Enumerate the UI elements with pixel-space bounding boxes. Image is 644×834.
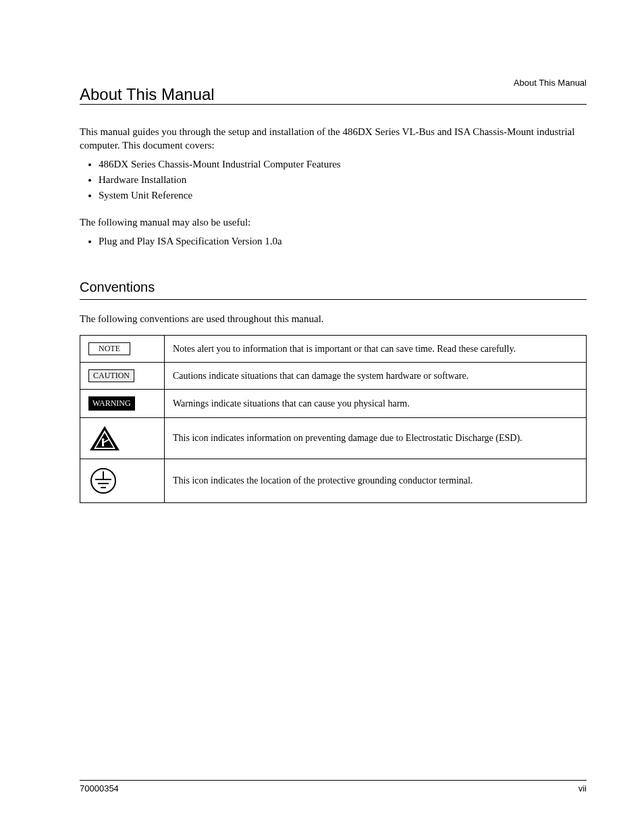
running-head: About This Manual bbox=[514, 78, 587, 88]
title-rule bbox=[80, 104, 587, 105]
description-cell: Cautions indicate situations that can da… bbox=[165, 363, 587, 390]
intro-bullet-list: 486DX Series Chassis-Mount Industrial Co… bbox=[80, 157, 587, 204]
conventions-table: NOTE Notes alert you to information that… bbox=[80, 335, 587, 503]
chapter-title: About This Manual bbox=[80, 85, 587, 104]
description-cell: This icon indicates the location of the … bbox=[165, 459, 587, 503]
footer-right: vii bbox=[579, 783, 587, 793]
intro-paragraph: This manual guides you through the setup… bbox=[80, 125, 587, 153]
description-cell: Warnings indicate situations that can ca… bbox=[165, 390, 587, 418]
footer-left: 70000354 bbox=[80, 783, 119, 793]
related-paragraph: The following manual may also be useful: bbox=[80, 215, 587, 229]
page-footer: 70000354 vii bbox=[80, 780, 587, 793]
list-item: Plug and Play ISA Specification Version … bbox=[99, 234, 587, 249]
page: About This Manual About This Manual This… bbox=[0, 0, 644, 834]
warning-badge: WARNING bbox=[88, 396, 135, 411]
list-item: 486DX Series Chassis-Mount Industrial Co… bbox=[99, 157, 587, 172]
list-item: System Unit Reference bbox=[99, 188, 587, 203]
symbol-cell: CAUTION bbox=[80, 363, 165, 390]
table-row: This icon indicates the location of the … bbox=[80, 459, 587, 503]
list-item: Hardware Installation bbox=[99, 172, 587, 188]
section-conventions-title: Conventions bbox=[80, 280, 587, 295]
symbol-cell: NOTE bbox=[80, 336, 165, 363]
table-row: WARNING Warnings indicate situations tha… bbox=[80, 390, 587, 418]
section-rule bbox=[80, 299, 587, 300]
related-bullet-list: Plug and Play ISA Specification Version … bbox=[80, 234, 587, 249]
esd-icon bbox=[88, 425, 156, 452]
svg-point-4 bbox=[102, 438, 105, 441]
table-row: This icon indicates information on preve… bbox=[80, 418, 587, 459]
table-row: NOTE Notes alert you to information that… bbox=[80, 336, 587, 363]
table-row: CAUTION Cautions indicate situations tha… bbox=[80, 363, 587, 390]
symbol-cell bbox=[80, 418, 165, 459]
conventions-intro: The following conventions are used throu… bbox=[80, 312, 587, 325]
caution-badge: CAUTION bbox=[88, 369, 134, 382]
description-cell: This icon indicates information on preve… bbox=[165, 418, 587, 459]
symbol-cell: WARNING bbox=[80, 390, 165, 418]
symbol-cell bbox=[80, 459, 165, 503]
note-badge: NOTE bbox=[88, 342, 130, 355]
ground-icon bbox=[88, 466, 156, 496]
description-cell: Notes alert you to information that is i… bbox=[165, 336, 587, 363]
